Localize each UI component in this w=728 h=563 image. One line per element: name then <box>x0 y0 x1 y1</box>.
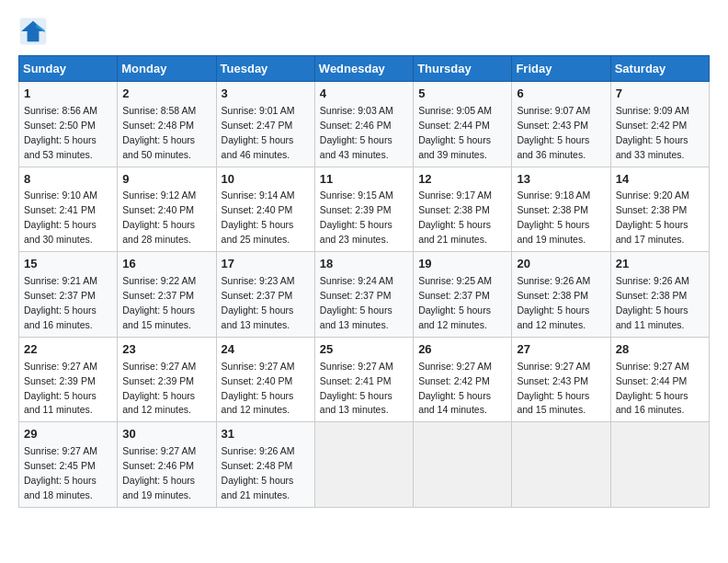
day-info: Sunrise: 9:27 AM Sunset: 2:42 PM Dayligh… <box>418 361 492 416</box>
day-info: Sunrise: 8:58 AM Sunset: 2:48 PM Dayligh… <box>122 105 196 160</box>
calendar-day-cell: 28Sunrise: 9:27 AM Sunset: 2:44 PM Dayli… <box>610 337 709 422</box>
calendar-week-row: 1Sunrise: 8:56 AM Sunset: 2:50 PM Daylig… <box>19 82 710 167</box>
calendar-day-cell: 26Sunrise: 9:27 AM Sunset: 2:42 PM Dayli… <box>414 337 512 422</box>
calendar-day-cell: 25Sunrise: 9:27 AM Sunset: 2:41 PM Dayli… <box>314 337 413 422</box>
day-number: 30 <box>122 426 210 443</box>
calendar-day-cell: 12Sunrise: 9:17 AM Sunset: 2:38 PM Dayli… <box>414 167 512 252</box>
day-number: 26 <box>418 341 506 359</box>
calendar-week-row: 8Sunrise: 9:10 AM Sunset: 2:41 PM Daylig… <box>19 167 710 252</box>
calendar-day-cell: 3Sunrise: 9:01 AM Sunset: 2:47 PM Daylig… <box>216 82 314 167</box>
day-info: Sunrise: 9:26 AM Sunset: 2:38 PM Dayligh… <box>517 275 590 330</box>
calendar-day-cell: 9Sunrise: 9:12 AM Sunset: 2:40 PM Daylig… <box>118 167 216 252</box>
day-info: Sunrise: 9:05 AM Sunset: 2:44 PM Dayligh… <box>418 105 492 160</box>
calendar-day-cell: 23Sunrise: 9:27 AM Sunset: 2:39 PM Dayli… <box>118 337 216 422</box>
day-info: Sunrise: 9:24 AM Sunset: 2:37 PM Dayligh… <box>320 275 393 330</box>
day-number: 23 <box>122 341 210 359</box>
day-number: 3 <box>222 86 310 103</box>
day-info: Sunrise: 9:10 AM Sunset: 2:41 PM Dayligh… <box>24 190 97 245</box>
day-info: Sunrise: 9:07 AM Sunset: 2:43 PM Dayligh… <box>517 105 590 160</box>
day-info: Sunrise: 9:09 AM Sunset: 2:42 PM Dayligh… <box>616 105 689 160</box>
day-number: 1 <box>24 86 112 103</box>
calendar-day-cell: 29Sunrise: 9:27 AM Sunset: 2:45 PM Dayli… <box>19 422 118 508</box>
weekday-header-cell: Wednesday <box>314 56 413 82</box>
day-info: Sunrise: 9:27 AM Sunset: 2:39 PM Dayligh… <box>122 361 196 416</box>
calendar-day-cell: 31Sunrise: 9:26 AM Sunset: 2:48 PM Dayli… <box>216 422 314 508</box>
calendar-day-cell: 2Sunrise: 8:58 AM Sunset: 2:48 PM Daylig… <box>118 82 216 167</box>
calendar-day-cell: 19Sunrise: 9:25 AM Sunset: 2:37 PM Dayli… <box>414 252 512 338</box>
day-number: 15 <box>24 256 112 273</box>
day-info: Sunrise: 9:12 AM Sunset: 2:40 PM Dayligh… <box>122 190 196 245</box>
logo <box>18 17 50 46</box>
day-info: Sunrise: 9:23 AM Sunset: 2:37 PM Dayligh… <box>222 275 295 330</box>
calendar-day-cell: 13Sunrise: 9:18 AM Sunset: 2:38 PM Dayli… <box>512 167 610 252</box>
day-info: Sunrise: 9:22 AM Sunset: 2:37 PM Dayligh… <box>122 275 196 330</box>
calendar-day-cell: 16Sunrise: 9:22 AM Sunset: 2:37 PM Dayli… <box>118 252 216 338</box>
day-number: 28 <box>616 341 704 359</box>
calendar-day-cell: 11Sunrise: 9:15 AM Sunset: 2:39 PM Dayli… <box>314 167 413 252</box>
calendar-day-cell: 30Sunrise: 9:27 AM Sunset: 2:46 PM Dayli… <box>118 422 216 508</box>
calendar-day-cell <box>414 422 512 508</box>
calendar-day-cell: 22Sunrise: 9:27 AM Sunset: 2:39 PM Dayli… <box>19 337 118 422</box>
calendar-day-cell: 18Sunrise: 9:24 AM Sunset: 2:37 PM Dayli… <box>314 252 413 338</box>
weekday-header-cell: Sunday <box>19 56 118 82</box>
calendar-week-row: 15Sunrise: 9:21 AM Sunset: 2:37 PM Dayli… <box>19 252 710 338</box>
weekday-header-row: SundayMondayTuesdayWednesdayThursdayFrid… <box>19 56 710 82</box>
calendar-day-cell: 10Sunrise: 9:14 AM Sunset: 2:40 PM Dayli… <box>216 167 314 252</box>
calendar-week-row: 22Sunrise: 9:27 AM Sunset: 2:39 PM Dayli… <box>19 337 710 422</box>
calendar-day-cell: 1Sunrise: 8:56 AM Sunset: 2:50 PM Daylig… <box>19 82 118 167</box>
day-number: 25 <box>320 341 408 359</box>
day-info: Sunrise: 9:01 AM Sunset: 2:47 PM Dayligh… <box>222 105 295 160</box>
calendar-day-cell: 8Sunrise: 9:10 AM Sunset: 2:41 PM Daylig… <box>19 167 118 252</box>
calendar-day-cell: 21Sunrise: 9:26 AM Sunset: 2:38 PM Dayli… <box>610 252 709 338</box>
day-number: 27 <box>517 341 605 359</box>
day-info: Sunrise: 9:27 AM Sunset: 2:39 PM Dayligh… <box>24 361 97 416</box>
day-info: Sunrise: 9:21 AM Sunset: 2:37 PM Dayligh… <box>24 275 97 330</box>
day-info: Sunrise: 9:14 AM Sunset: 2:40 PM Dayligh… <box>222 190 295 245</box>
day-info: Sunrise: 9:03 AM Sunset: 2:46 PM Dayligh… <box>320 105 393 160</box>
day-info: Sunrise: 9:18 AM Sunset: 2:38 PM Dayligh… <box>517 190 590 245</box>
day-info: Sunrise: 9:27 AM Sunset: 2:43 PM Dayligh… <box>517 361 590 416</box>
day-number: 20 <box>517 256 605 273</box>
calendar-day-cell <box>610 422 709 508</box>
calendar-body: 1Sunrise: 8:56 AM Sunset: 2:50 PM Daylig… <box>19 82 710 508</box>
calendar-week-row: 29Sunrise: 9:27 AM Sunset: 2:45 PM Dayli… <box>19 422 710 508</box>
day-info: Sunrise: 9:26 AM Sunset: 2:38 PM Dayligh… <box>616 275 689 330</box>
day-number: 7 <box>616 86 704 103</box>
calendar-day-cell: 24Sunrise: 9:27 AM Sunset: 2:40 PM Dayli… <box>216 337 314 422</box>
day-number: 16 <box>122 256 210 273</box>
weekday-header-cell: Monday <box>118 56 216 82</box>
day-number: 24 <box>222 341 310 359</box>
calendar-day-cell <box>314 422 413 508</box>
day-number: 2 <box>122 86 210 103</box>
day-number: 6 <box>517 86 605 103</box>
calendar-day-cell: 6Sunrise: 9:07 AM Sunset: 2:43 PM Daylig… <box>512 82 610 167</box>
day-info: Sunrise: 9:27 AM Sunset: 2:40 PM Dayligh… <box>222 361 295 416</box>
day-info: Sunrise: 9:25 AM Sunset: 2:37 PM Dayligh… <box>418 275 492 330</box>
calendar-day-cell: 5Sunrise: 9:05 AM Sunset: 2:44 PM Daylig… <box>414 82 512 167</box>
weekday-header-cell: Saturday <box>610 56 709 82</box>
day-number: 29 <box>24 426 112 443</box>
day-info: Sunrise: 9:27 AM Sunset: 2:44 PM Dayligh… <box>616 361 689 416</box>
calendar-day-cell: 14Sunrise: 9:20 AM Sunset: 2:38 PM Dayli… <box>610 167 709 252</box>
day-number: 22 <box>24 341 112 359</box>
calendar-day-cell: 4Sunrise: 9:03 AM Sunset: 2:46 PM Daylig… <box>314 82 413 167</box>
day-info: Sunrise: 9:20 AM Sunset: 2:38 PM Dayligh… <box>616 190 689 245</box>
calendar-day-cell: 20Sunrise: 9:26 AM Sunset: 2:38 PM Dayli… <box>512 252 610 338</box>
day-info: Sunrise: 9:27 AM Sunset: 2:41 PM Dayligh… <box>320 361 393 416</box>
day-number: 11 <box>320 171 408 189</box>
day-number: 9 <box>122 171 210 189</box>
day-info: Sunrise: 9:26 AM Sunset: 2:48 PM Dayligh… <box>222 445 295 500</box>
day-number: 8 <box>24 171 112 189</box>
weekday-header-cell: Friday <box>512 56 610 82</box>
weekday-header-cell: Thursday <box>414 56 512 82</box>
day-number: 13 <box>517 171 605 189</box>
logo-icon <box>18 17 48 46</box>
calendar-page: SundayMondayTuesdayWednesdayThursdayFrid… <box>0 0 728 517</box>
day-info: Sunrise: 9:17 AM Sunset: 2:38 PM Dayligh… <box>418 190 492 245</box>
header <box>18 17 710 46</box>
day-number: 4 <box>320 86 408 103</box>
day-number: 10 <box>222 171 310 189</box>
day-number: 19 <box>418 256 506 273</box>
calendar-day-cell: 17Sunrise: 9:23 AM Sunset: 2:37 PM Dayli… <box>216 252 314 338</box>
calendar-day-cell <box>512 422 610 508</box>
